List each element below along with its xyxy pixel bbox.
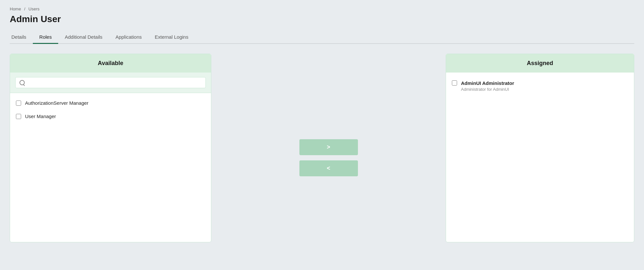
assigned-panel: Assigned AdminUI Administrator Administr… xyxy=(446,54,634,242)
breadcrumb-separator: / xyxy=(24,7,25,11)
page-wrapper: Home / Users Admin User Details Roles Ad… xyxy=(0,0,644,268)
tab-additional-details[interactable]: Additional Details xyxy=(58,31,109,44)
available-roles-list: AuthorizationServer Manager User Manager xyxy=(10,93,211,126)
assigned-roles-list: AdminUI Administrator Administrator for … xyxy=(446,73,634,100)
content-area: Available AuthorizationServer Manager Us… xyxy=(10,44,634,262)
assigned-role-name: AdminUI Administrator xyxy=(461,80,514,86)
role-checkbox-adminui-admin[interactable] xyxy=(452,80,457,86)
tab-external-logins[interactable]: External Logins xyxy=(148,31,195,44)
search-input[interactable] xyxy=(27,80,202,85)
tab-applications[interactable]: Applications xyxy=(109,31,148,44)
middle-controls: > < xyxy=(211,63,446,252)
assign-button[interactable]: > xyxy=(299,139,358,155)
search-box xyxy=(15,77,206,88)
role-name-user-manager: User Manager xyxy=(25,114,56,119)
search-container xyxy=(10,73,211,93)
tabs-container: Details Roles Additional Details Applica… xyxy=(10,31,634,44)
assigned-role-info: AdminUI Administrator Administrator for … xyxy=(461,80,514,92)
breadcrumb-home[interactable]: Home xyxy=(10,7,21,11)
list-item[interactable]: AdminUI Administrator Administrator for … xyxy=(446,76,634,96)
breadcrumb: Home / Users xyxy=(10,7,634,11)
assigned-role-description: Administrator for AdminUI xyxy=(461,87,514,92)
list-item[interactable]: User Manager xyxy=(10,110,211,123)
role-checkbox-authserver[interactable] xyxy=(16,101,21,106)
tab-roles[interactable]: Roles xyxy=(33,31,58,44)
tab-details[interactable]: Details xyxy=(10,31,33,44)
assigned-panel-header: Assigned xyxy=(446,54,634,73)
available-panel-header: Available xyxy=(10,54,211,73)
available-panel: Available AuthorizationServer Manager Us… xyxy=(10,54,211,242)
role-name-authserver: AuthorizationServer Manager xyxy=(25,100,88,106)
unassign-button[interactable]: < xyxy=(299,160,358,176)
role-checkbox-user-manager[interactable] xyxy=(16,114,21,119)
breadcrumb-section: Users xyxy=(29,7,40,11)
search-icon xyxy=(20,80,25,85)
page-title: Admin User xyxy=(10,14,634,24)
list-item[interactable]: AuthorizationServer Manager xyxy=(10,96,211,110)
